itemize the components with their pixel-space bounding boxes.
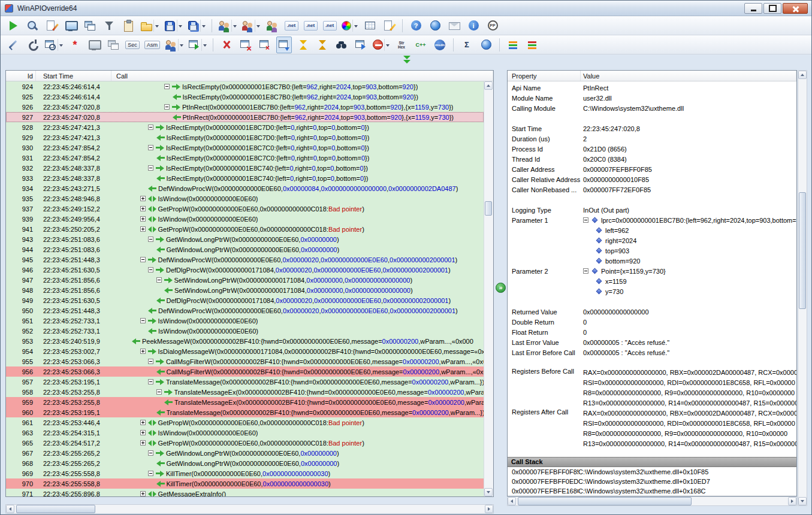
log-row[interactable]: 94622:23:45:251:630,5DefDlgProcW(0x00000…	[6, 265, 484, 275]
assembler-button[interactable]: Asm	[144, 37, 161, 53]
inject-dll-button[interactable]	[5, 37, 21, 53]
log-row[interactable]: 96022:23:45:253:195,1TranslateMessage(0x…	[6, 407, 484, 417]
property-row[interactable]: Module Nameuser32.dll	[508, 93, 796, 103]
maximize-button[interactable]	[763, 3, 781, 14]
log-vertical-scrollbar[interactable]	[484, 81, 493, 496]
scroll-up-icon[interactable]	[484, 81, 493, 90]
help-button[interactable]: ?	[408, 17, 424, 34]
filter-button[interactable]	[101, 17, 117, 34]
close-button[interactable]	[783, 3, 808, 14]
log-row[interactable]: 92522:23:45:246:614,4IsRectEmpty(0x00000…	[6, 92, 484, 102]
splitter-expand-button[interactable]	[496, 283, 506, 293]
break-process-button[interactable]: *	[67, 37, 83, 53]
property-row[interactable]: Api NamePtInRect	[508, 83, 796, 93]
remove-hook-button[interactable]	[238, 37, 253, 53]
dropdown-arrow-icon[interactable]	[384, 39, 390, 51]
log-row[interactable]: 95022:23:45:251:448,3DefWindowProcW(0x00…	[6, 305, 484, 316]
log-row[interactable]: 94322:23:45:251:083,6GetWindowLongPtrW(0…	[6, 234, 484, 244]
log-row[interactable]: 92922:23:45:247:421,3IsRectEmpty(0x00000…	[6, 132, 484, 143]
property-row[interactable]: Thread Id0x20C0 (8384)	[508, 154, 796, 164]
log-row[interactable]: 94722:23:45:251:856,6SetWindowLongPtrW(0…	[6, 275, 484, 285]
log-row[interactable]: 92822:23:45:247:421,3IsRectEmpty(0x00000…	[6, 122, 484, 132]
log-row[interactable]: 97122:23:45:255:896,8GetMessageExtraInfo…	[6, 489, 484, 496]
property-row[interactable]: left=962	[508, 225, 796, 235]
run-process-button[interactable]	[188, 37, 207, 53]
scroll-down-icon[interactable]	[798, 497, 807, 505]
log-row[interactable]: 93522:23:45:248:946,8IsWindow(0x00000000…	[6, 193, 484, 204]
remove-all-hooks-button[interactable]	[257, 37, 273, 53]
log-row[interactable]: 95322:23:45:240:519,9PeekMessageW(0x0000…	[6, 336, 484, 346]
log-row[interactable]: 96322:23:45:254:315,1IsWindow(0x00000000…	[6, 428, 484, 438]
scrollbar-thumb[interactable]	[518, 497, 692, 505]
dropdown-arrow-icon[interactable]	[201, 39, 207, 51]
log-colors-button[interactable]	[505, 37, 521, 53]
collapse-box-icon[interactable]	[148, 145, 153, 150]
expand-box-icon[interactable]	[140, 349, 146, 354]
save-button[interactable]	[163, 17, 183, 34]
expand-box-icon[interactable]	[140, 420, 146, 425]
scroll-right-icon[interactable]	[788, 497, 796, 505]
property-row[interactable]: Parameter 2Point={x=1159,y=730}	[508, 266, 796, 276]
property-row[interactable]: Registers Before CallRAX=0x0000000000000…	[508, 368, 796, 408]
log-row[interactable]: 93322:23:45:248:337,8IsRectEmpty(0x00000…	[6, 173, 484, 183]
website-button[interactable]	[427, 17, 443, 34]
msdn-button[interactable]: msdn	[432, 37, 448, 53]
report-view-button[interactable]	[362, 17, 378, 34]
start-monitoring-button[interactable]	[5, 17, 21, 34]
collapse-box-icon[interactable]	[148, 450, 153, 456]
scroll-up-icon[interactable]	[798, 71, 807, 79]
small-monitor-button[interactable]	[86, 37, 102, 53]
dropdown-arrow-icon[interactable]	[178, 39, 183, 51]
callstack-row[interactable]: 0x000007FEFBFF0F85C:\Windows\system32\ux…	[508, 467, 796, 477]
dotnet-profiler-button[interactable]: .net	[283, 17, 299, 34]
log-row[interactable]: 96922:23:45:255:558,8KillTimer(0x0000000…	[6, 468, 484, 478]
property-row[interactable]	[508, 113, 796, 123]
search-button[interactable]	[334, 37, 349, 53]
collapse-box-icon[interactable]	[140, 318, 146, 323]
expand-box-icon[interactable]	[140, 440, 146, 446]
brand-button[interactable]: PP	[485, 17, 500, 34]
about-button[interactable]: i	[466, 17, 481, 34]
stop-logging-button[interactable]	[372, 37, 390, 53]
log-row[interactable]: 94922:23:45:251:630,5DefDlgProcW(0x00000…	[6, 295, 484, 305]
expand-box-icon[interactable]	[140, 430, 146, 435]
log-row[interactable]: 96522:23:45:254:517,2GetPropW(0x00000000…	[6, 438, 484, 448]
unhook-button[interactable]	[25, 37, 40, 53]
property-row[interactable]: right=2024	[508, 235, 796, 246]
process-list-button[interactable]	[82, 17, 98, 34]
property-row[interactable]: Returned Value0x0000000000000000	[508, 307, 796, 317]
property-row[interactable]: Parameter 1lprc=0x0000000001E8C7B0:{left…	[508, 215, 796, 225]
open-file-button[interactable]	[140, 17, 159, 34]
column-header-start-time[interactable]: Start Time	[36, 71, 111, 81]
log-row[interactable]: 96722:23:45:255:265,2GetWindowLongPtrW(0…	[6, 448, 484, 458]
column-header-call[interactable]: Call	[111, 71, 493, 81]
timing-button[interactable]	[478, 37, 494, 53]
tile-windows-button[interactable]	[276, 37, 292, 53]
collapse-box-icon[interactable]	[156, 277, 162, 283]
log-row[interactable]: 95122:23:45:252:733,1IsWindow(0x00000000…	[6, 316, 484, 326]
scroll-down-icon[interactable]	[484, 488, 493, 496]
property-row[interactable]: x=1159	[508, 276, 796, 286]
wait-hook-button[interactable]	[295, 37, 311, 53]
window-finder-button[interactable]	[44, 37, 64, 53]
title-bar[interactable]: WinAPIOverride64	[1, 1, 811, 16]
collapse-box-icon[interactable]	[583, 217, 588, 223]
attach-process-button[interactable]	[25, 17, 40, 34]
dropdown-arrow-icon[interactable]	[177, 20, 182, 32]
save-all-button[interactable]	[186, 17, 206, 34]
property-row[interactable]: Double Return0	[508, 317, 796, 327]
scrollbar-thumb[interactable]	[485, 201, 492, 216]
log-row[interactable]: 93022:23:45:247:854,2IsRectEmpty(0x00000…	[6, 143, 484, 153]
property-row[interactable]: Process Id0x21D0 (8656)	[508, 144, 796, 154]
log-row[interactable]: 93722:23:45:249:152,2GetPropW(0x00000000…	[6, 204, 484, 214]
property-row[interactable]	[508, 358, 796, 368]
com-monitor-button[interactable]	[264, 17, 280, 34]
dropdown-arrow-icon[interactable]	[352, 20, 358, 32]
dropdown-arrow-icon[interactable]	[153, 20, 159, 32]
details-vertical-scrollbar[interactable]	[798, 70, 807, 506]
remote-spy-button[interactable]	[164, 37, 184, 53]
string-hex-view-button[interactable]: Str Hex	[394, 37, 409, 53]
log-row[interactable]: 95622:23:45:253:066,3CallMsgFilterW(0x00…	[6, 366, 484, 377]
copy-window-button[interactable]	[105, 37, 121, 53]
log-row[interactable]: 96122:23:45:253:446,4GetPropW(0x00000000…	[6, 417, 484, 428]
